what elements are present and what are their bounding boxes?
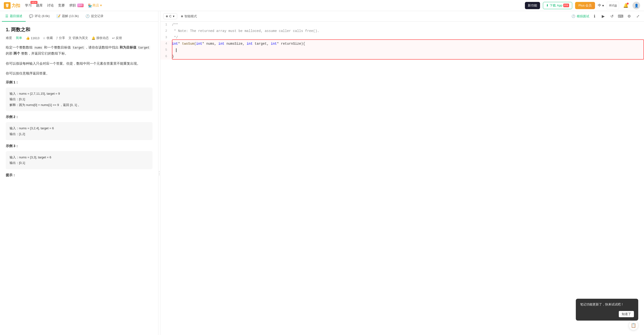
example-2-block: 输入：nums = [3,2,4], target = 6 输出：[1,2]	[6, 122, 152, 140]
line-number-2: 2	[160, 28, 170, 34]
code-line-1: 1 /**	[160, 22, 644, 28]
lang-value: C	[169, 15, 172, 18]
example-3-block: 输入：nums = [3,3], target = 6 输出：[0,1]	[6, 151, 152, 169]
download-badge: 新版	[563, 4, 569, 7]
line-content-4: int* twoSum(int* nums, int numsSize, int…	[170, 41, 644, 47]
logo-text: 力扣	[12, 3, 20, 9]
clock-icon: 🕐	[86, 14, 90, 18]
share-button[interactable]: ⤴ 分享	[56, 36, 65, 40]
tab-problem-description[interactable]: ☰ 题目描述	[2, 11, 26, 22]
smart-dot	[181, 15, 183, 17]
clock-icon-2: 🕐	[572, 15, 575, 18]
notify-button[interactable]: 🔔 接收动态	[92, 36, 109, 40]
refresh-button[interactable]: ↺	[608, 13, 615, 20]
nav-item-problems[interactable]: 题库	[36, 3, 43, 8]
line-number-3: 3	[160, 34, 170, 41]
collect-button[interactable]: ☆ 收藏	[43, 36, 53, 40]
example-1-title: 示例 1：	[6, 80, 152, 85]
popup-text: 笔记功能更新了，快来试试吧！	[580, 302, 634, 307]
screen-button[interactable]: 画试 ▥	[607, 2, 619, 9]
nav-item-shop[interactable]: 🏪 商店 ▾	[88, 3, 102, 8]
download-button[interactable]: ⬇ 下载 App 新版	[543, 2, 572, 9]
like-button[interactable]: 👍 11613	[26, 36, 40, 40]
editor-toolbar: C ▾ 智能模式 🕐 模拟面试 ℹ ▶ ↺ ⌨ ⚙ ⤢	[160, 11, 644, 22]
example-2-input: 输入：nums = [3,2,4], target = 6	[10, 125, 149, 131]
problem-description-2: 你可以假设每种输入只会对应一个答案。但是，数组中同一个元素在答案里不能重复出现。	[6, 61, 152, 67]
like-icon: 👍	[26, 36, 30, 40]
terminal-button[interactable]: ⌨	[617, 13, 624, 20]
mock-interview-label: 模拟面试	[577, 14, 589, 19]
target-inline-2: target	[137, 46, 150, 50]
nav-item-discuss[interactable]: 讨论	[47, 3, 54, 8]
difficulty-label: 难度	[6, 36, 12, 40]
line-number-4: 4	[160, 41, 170, 47]
code-line-5: 5	[160, 47, 644, 53]
nav-items: 学习 NEW 题库 讨论 竞赛 求职 招聘 🏪 商店 ▾	[25, 3, 520, 8]
download-icon: ⬇	[546, 4, 549, 7]
example-3-output: 输出：[0,1]	[10, 160, 149, 166]
panel-drag-divider[interactable]	[158, 11, 160, 335]
tab-solutions[interactable]: 📝 题解 (13.3k)	[53, 11, 82, 22]
line-content-3: */	[170, 34, 644, 41]
fullscreen-button[interactable]: ⤢	[634, 13, 641, 20]
star-icon: ☆	[43, 36, 46, 40]
note-floating-button[interactable]: 📋	[629, 320, 638, 330]
nav-item-contest[interactable]: 竞赛	[58, 3, 65, 8]
description-icon: ☰	[5, 14, 8, 18]
info-button[interactable]: ℹ	[591, 13, 598, 20]
screen-badge: 画试	[609, 4, 614, 7]
example-1-explain: 解释：因为 nums[0] + nums[1] == 9 ，返回 [0, 1] …	[10, 102, 149, 108]
nav-item-study[interactable]: 学习 NEW	[25, 3, 32, 8]
translate-icon: 文	[68, 36, 72, 40]
logo[interactable]: 力扣	[4, 2, 20, 9]
notification-popup: 笔记功能更新了，快来试试吧！ 知道了	[576, 299, 638, 321]
line-number-1: 1	[160, 22, 170, 28]
feedback-button[interactable]: ↩ 反馈	[112, 36, 122, 40]
notification-dot	[627, 3, 629, 5]
example-1-input: 输入：nums = [2,7,11,15], target = 9	[10, 91, 149, 96]
code-line-2: 2 * Note: The returned array must be mal…	[160, 28, 644, 34]
code-line-3: 3 */	[160, 34, 644, 41]
tab-submissions[interactable]: 🕐 提交记录	[82, 11, 107, 22]
line-number-6: 6	[160, 53, 170, 60]
bold-two: 两个	[14, 52, 20, 55]
example-2-title: 示例 2：	[6, 115, 152, 119]
language-select[interactable]: C ▾	[163, 13, 177, 19]
nav-item-jobs[interactable]: 求职 招聘	[69, 3, 84, 8]
run-button[interactable]: ▶	[600, 13, 606, 20]
nums-inline: nums	[34, 46, 43, 50]
comment-icon: 💬	[29, 14, 33, 18]
avatar[interactable]: 👤	[632, 2, 640, 9]
problem-description-3: 你可以按任意顺序返回答案。	[6, 70, 152, 76]
lang-label: 中	[598, 3, 601, 8]
lang-dot	[166, 15, 168, 17]
line-content-2: * Note: The returned array must be mallo…	[170, 28, 644, 34]
code-editor[interactable]: 1 /** 2 * Note: The returned array must …	[160, 22, 644, 335]
lang-chevron-icon: ▾	[602, 4, 604, 8]
drag-dot-2	[159, 173, 160, 174]
notification-button[interactable]: 🔔	[622, 2, 630, 9]
settings-button[interactable]: ⚙	[626, 13, 632, 20]
example-2-output: 输出：[1,2]	[10, 131, 149, 137]
tab-comments[interactable]: 💬 评论 (8.6k)	[26, 11, 53, 22]
example-3-input: 输入：nums = [3,3], target = 6	[10, 155, 149, 160]
difficulty-row: 难度 简单 👍 11613 ☆ 收藏 ⤴ 分享	[6, 36, 152, 40]
new-feature-button[interactable]: 新功能	[525, 2, 540, 9]
mock-interview-button[interactable]: 🕐 模拟面试	[572, 14, 589, 19]
solution-icon: 📝	[56, 14, 60, 18]
know-button[interactable]: 知道了	[619, 311, 634, 317]
line-content-1: /**	[170, 22, 644, 28]
language-selector[interactable]: 中 ▾	[598, 3, 604, 8]
plus-button[interactable]: Plus 会员	[575, 2, 595, 9]
right-panel: C ▾ 智能模式 🕐 模拟面试 ℹ ▶ ↺ ⌨ ⚙ ⤢	[160, 11, 644, 335]
smart-mode[interactable]: 智能模式	[181, 14, 197, 19]
translate-button[interactable]: 文 切换为英文	[68, 36, 88, 40]
line-content-5	[170, 47, 644, 53]
line-number-5: 5	[160, 47, 170, 53]
main-layout: ☰ 题目描述 💬 评论 (8.6k) 📝 题解 (13.3k) 🕐 提交记录 1…	[0, 11, 644, 335]
code-line-6: 6 }	[160, 53, 644, 60]
left-panel: ☰ 题目描述 💬 评论 (8.6k) 📝 题解 (13.3k) 🕐 提交记录 1…	[0, 11, 158, 335]
logo-icon	[4, 2, 10, 9]
problem-description-1: 给定一个整数数组 nums 和一个整数目标值 target，请你在该数组中找出 …	[6, 45, 152, 57]
note-icon: 📋	[631, 323, 636, 328]
